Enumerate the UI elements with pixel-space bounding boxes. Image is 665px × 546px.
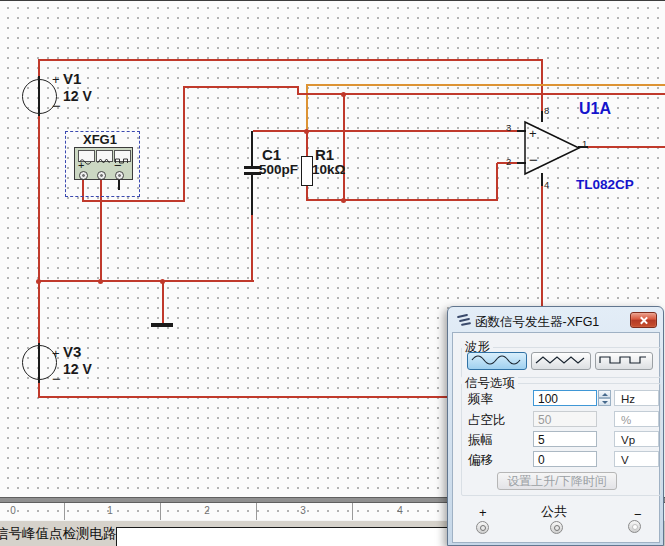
wire[interactable] (38, 280, 254, 282)
wire[interactable] (183, 86, 299, 88)
pin-stub (251, 131, 253, 167)
top-border (0, 0, 665, 1)
frequency-input[interactable]: 100 (533, 390, 597, 406)
opamp-minus-input-sign: − (529, 151, 538, 168)
v3-plus-sign: + (52, 346, 60, 361)
set-rise-fall-time-button[interactable]: 设置上升/下降时间 (497, 472, 617, 490)
ruler-label: 4 (393, 505, 407, 516)
u1a-refdes: U1A (579, 100, 611, 118)
junction-dot (36, 279, 41, 284)
junction-dot (341, 92, 346, 97)
ruler-label: 3 (296, 505, 310, 516)
xfg1-minus-terminal[interactable] (115, 171, 124, 180)
xfg1-common-terminal[interactable] (97, 171, 106, 180)
xfg1-plus-sign: + (78, 159, 84, 171)
wire[interactable] (297, 93, 665, 95)
spinner-down-button[interactable] (598, 398, 611, 406)
amplitude-input[interactable]: 5 (533, 431, 597, 447)
pin-number-2: 2 (506, 156, 511, 167)
duty-cycle-unit: % (614, 411, 659, 427)
minus-terminal[interactable] (628, 520, 641, 533)
v1-minus-sign: − (52, 97, 61, 114)
wire[interactable] (343, 94, 345, 201)
wire[interactable] (588, 146, 665, 148)
ruler-tick (352, 503, 353, 520)
function-generator-dialog[interactable]: 函数信号发生器-XFG1 波形 (447, 306, 664, 546)
spinner-up-button[interactable] (598, 390, 611, 398)
offset-input[interactable]: 0 (533, 451, 597, 467)
multisim-window: + V1 12 V − + V3 12 V − XFG1 + − C1 (0, 0, 665, 546)
wire[interactable] (38, 396, 448, 398)
triangle-waveform-button[interactable] (531, 352, 591, 370)
r1-refdes: R1 (315, 146, 334, 163)
dialog-title: 函数信号发生器-XFG1 (475, 314, 599, 331)
wire[interactable] (38, 114, 40, 282)
tab-bar-spacer (116, 527, 447, 546)
wire[interactable] (306, 199, 498, 201)
plus-terminal[interactable] (476, 521, 489, 534)
wire[interactable] (496, 163, 498, 201)
wire[interactable] (162, 281, 164, 323)
wire[interactable] (38, 281, 40, 345)
wire-orange[interactable] (306, 84, 665, 86)
pin-number-8: 8 (544, 105, 549, 116)
sine-wave-icon (468, 353, 524, 367)
common-terminal-label: 公共 (541, 503, 567, 521)
wire[interactable] (253, 130, 517, 132)
sine-waveform-button[interactable] (467, 352, 527, 370)
duty-cycle-input: 50 (533, 411, 597, 427)
opamp-plus-input-sign: + (529, 126, 537, 141)
common-terminal[interactable] (550, 521, 563, 534)
xfg1-refdes: XFG1 (81, 132, 119, 147)
v1-plus-sign: + (52, 72, 60, 87)
ruler-label: 0 (6, 505, 20, 516)
function-generator-icon (457, 314, 471, 326)
junction-dot (341, 198, 346, 203)
v1-refdes: V1 (63, 70, 81, 87)
square-wave-icon (596, 353, 650, 367)
wire[interactable] (306, 131, 308, 157)
v1-value: 12 V (63, 88, 92, 104)
wire[interactable] (183, 87, 185, 202)
close-button[interactable] (630, 312, 657, 328)
wire[interactable] (541, 60, 543, 112)
junction-dot (98, 279, 103, 284)
signal-options-label: 信号选项 (462, 375, 518, 392)
spinner-up-icon (602, 393, 608, 396)
ruler-tick (64, 503, 65, 520)
triangle-wave-icon (96, 150, 113, 162)
junction-dot (304, 129, 309, 134)
pin-number-3: 3 (506, 122, 511, 133)
c1-refdes: C1 (262, 146, 281, 163)
xfg1-plus-terminal[interactable] (79, 171, 88, 180)
u1a-part-number: TL082CP (576, 177, 634, 192)
dialog-body: 波形 信号选项 频率 100 (452, 332, 660, 543)
amplitude-unit: Vp (614, 431, 659, 447)
ruler-tick (256, 503, 257, 520)
pin-number-4: 4 (544, 179, 549, 190)
duty-cycle-label: 占空比 (468, 412, 506, 429)
v3-minus-sign: − (52, 370, 61, 387)
spinner-down-icon (602, 401, 608, 404)
pin-stub (251, 175, 253, 215)
frequency-label: 频率 (468, 391, 493, 408)
square-waveform-button[interactable] (595, 352, 653, 370)
wire[interactable] (38, 59, 543, 61)
offset-label: 偏移 (468, 452, 493, 469)
ground-symbol[interactable] (151, 323, 173, 327)
wire[interactable] (541, 185, 543, 306)
frequency-unit: Hz (614, 390, 659, 406)
wire-orange[interactable] (306, 85, 308, 131)
wire[interactable] (82, 200, 185, 202)
sheet-tab-active[interactable]: 信号峰值点检测电路 * (0, 525, 126, 543)
junction-dot (160, 279, 165, 284)
amplitude-label: 振幅 (468, 432, 493, 449)
ruler-label: 1 (103, 505, 117, 516)
pin-number-1: 1 (582, 138, 587, 149)
wire[interactable] (251, 213, 253, 282)
v3-refdes: V3 (63, 343, 81, 360)
triangle-wave-icon (532, 353, 588, 367)
c1-value: 500pF (259, 162, 298, 177)
frequency-spinner[interactable] (598, 390, 611, 406)
ruler-label: 2 (200, 505, 214, 516)
